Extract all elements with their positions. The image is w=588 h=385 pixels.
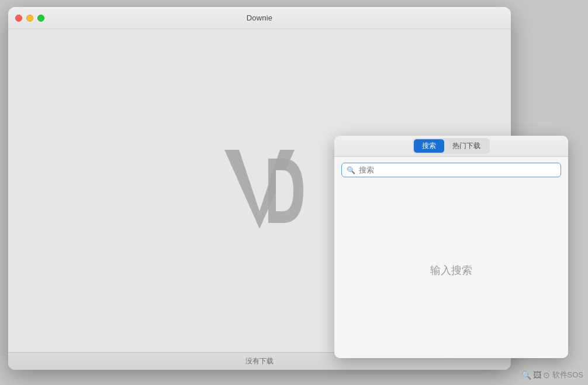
- search-bar-container: 🔍: [334, 157, 568, 182]
- watermark: 🔍 🖼 ⊙ 软件SOS: [521, 370, 583, 380]
- circle-watermark-icon: ⊙: [543, 370, 550, 380]
- search-watermark-icon: 🔍: [521, 370, 531, 380]
- panel-body: 输入搜索: [334, 182, 568, 358]
- tab-trending[interactable]: 热门下载: [444, 139, 489, 153]
- title-bar: Downie: [8, 7, 511, 29]
- search-input[interactable]: [359, 166, 556, 174]
- panel-title-bar: 搜索 热门下载: [334, 136, 568, 157]
- minimize-button[interactable]: [26, 15, 33, 22]
- app-logo: [207, 141, 312, 240]
- watermark-icons: 🔍 🖼 ⊙: [521, 370, 550, 380]
- close-button[interactable]: [15, 15, 22, 22]
- traffic-lights: [15, 15, 44, 22]
- image-watermark-icon: 🖼: [533, 370, 541, 380]
- window-title: Downie: [247, 13, 273, 22]
- search-input-wrapper[interactable]: 🔍: [341, 163, 561, 177]
- tab-group: 搜索 热门下载: [413, 138, 490, 154]
- status-text: 没有下载: [245, 356, 274, 366]
- watermark-text: 软件SOS: [552, 370, 583, 380]
- empty-message: 输入搜索: [430, 263, 472, 277]
- maximize-button[interactable]: [37, 15, 44, 22]
- search-icon: 🔍: [347, 166, 355, 174]
- search-panel: 搜索 热门下载 🔍 输入搜索: [334, 136, 568, 358]
- tab-search[interactable]: 搜索: [414, 139, 444, 153]
